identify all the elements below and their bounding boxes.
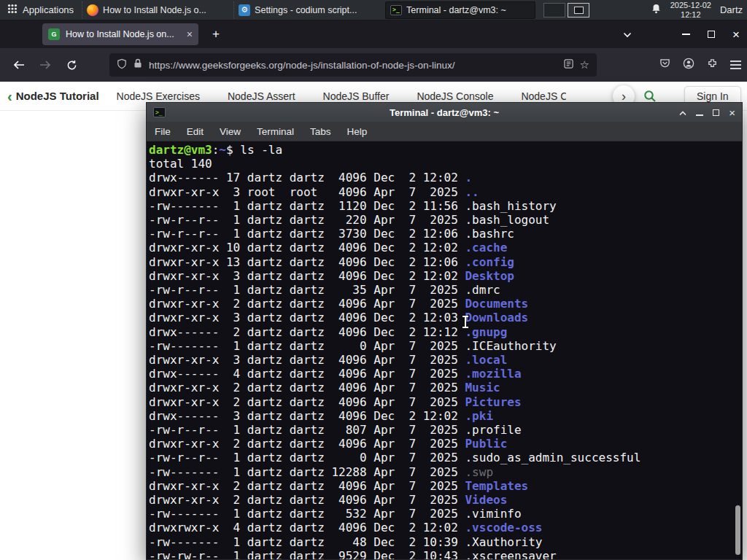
- terminal-minimize-icon[interactable]: [696, 114, 703, 116]
- listing-row: drwxr-xr-x 2 dartz dartz 4096 Apr 7 2025…: [149, 395, 742, 409]
- browser-window-controls: ×: [682, 20, 740, 48]
- listing-row: drwxr-xr-x 10 dartz dartz 4096 Dec 2 12:…: [149, 241, 742, 254]
- listing-row: -rw------- 1 dartz dartz 0 Apr 7 2025 .I…: [149, 339, 742, 353]
- listing-row: drwx------ 2 dartz dartz 4096 Dec 2 12:1…: [149, 325, 742, 339]
- listing-row: drwxr-xr-x 2 dartz dartz 4096 Apr 7 2025…: [149, 437, 742, 451]
- terminal-window-title: Terminal - dartz@vm3: ~: [147, 107, 742, 118]
- clock-date: 2025-12-02: [670, 1, 711, 10]
- site-nav: NodeJS ExercisesNodeJS AssertNodeJS Buff…: [117, 90, 566, 102]
- listing-row: drwx------ 4 dartz dartz 4096 Apr 7 2025…: [149, 367, 742, 381]
- terminal-body: dartz@vm3:~$ ls -la total 140 drwx------…: [147, 141, 742, 559]
- desktop-panel: Applications How to Install Node.js o...…: [0, 0, 747, 20]
- listing-row: -rw-rw-r-- 1 dartz dartz 9529 Dec 2 10:4…: [149, 549, 742, 559]
- extensions-puzzle-icon[interactable]: [707, 58, 718, 72]
- terminal-icon: >_: [390, 5, 402, 15]
- panel-user-label: Dartz: [720, 4, 744, 15]
- listing-row: drwxr-xr-x 3 dartz dartz 4096 Apr 7 2025…: [149, 353, 742, 367]
- taskbar-item-firefox[interactable]: How to Install Node.js o...: [82, 1, 232, 19]
- browser-tab-bar: G How to Install Node.js on... × + ×: [0, 20, 747, 48]
- terminal-close-icon[interactable]: ×: [729, 107, 735, 118]
- menu-view[interactable]: View: [212, 126, 249, 137]
- account-icon[interactable]: [683, 58, 694, 72]
- menu-hamburger-icon[interactable]: [730, 61, 741, 69]
- menu-edit[interactable]: Edit: [179, 126, 212, 137]
- tab-list-chevron-icon[interactable]: [623, 28, 632, 41]
- terminal-maximize-icon[interactable]: [713, 109, 719, 116]
- workspace-switcher: [543, 3, 589, 18]
- browser-tab-active[interactable]: G How to Install Node.js on... ×: [42, 23, 198, 45]
- reload-button[interactable]: [61, 55, 82, 75]
- window-minimize-icon[interactable]: [682, 34, 690, 35]
- listing-row: drwxr-xr-x 3 root root 4096 Apr 7 2025 .…: [149, 185, 742, 199]
- listing-row: -rw-r--r-- 1 dartz dartz 35 Apr 7 2025 .…: [149, 283, 742, 297]
- listing-row: drwxr-xr-x 3 dartz dartz 4096 Dec 2 12:0…: [149, 269, 742, 283]
- back-button[interactable]: [9, 55, 29, 75]
- terminal-output: drwx------ 17 dartz dartz 4096 Dec 2 12:…: [149, 171, 742, 559]
- shade-chevron-icon[interactable]: [679, 106, 686, 119]
- workspace-window-thumb: [574, 7, 584, 14]
- prompt-path: ~: [219, 143, 226, 157]
- terminal-menubar: FileEditViewTerminalTabsHelp: [147, 122, 742, 141]
- panel-clock[interactable]: 2025-12-02 12:12: [670, 1, 711, 20]
- listing-row: -rw-r--r-- 1 dartz dartz 807 Apr 7 2025 …: [149, 423, 742, 437]
- listing-row: drwx------ 3 dartz dartz 4096 Dec 2 12:0…: [149, 409, 742, 423]
- listing-row: drwx------ 17 dartz dartz 4096 Dec 2 12:…: [149, 171, 742, 184]
- notification-bell-icon[interactable]: [651, 3, 662, 17]
- pocket-icon[interactable]: [659, 58, 670, 71]
- nav-link-0[interactable]: NodeJS Exercises: [117, 90, 200, 102]
- menu-terminal[interactable]: Terminal: [249, 126, 302, 137]
- taskbar-item-settings[interactable]: ⚙ Settings - codium script...: [233, 1, 384, 19]
- settings-gear-icon: ⚙: [239, 4, 250, 16]
- menu-help[interactable]: Help: [339, 126, 376, 137]
- terminal-window: >_ Terminal - dartz@vm3: ~ × FileEditVie…: [146, 102, 743, 560]
- nav-link-3[interactable]: NodeJS Console: [417, 90, 493, 102]
- workspace-1[interactable]: [543, 3, 565, 18]
- prompt-separator: :: [212, 143, 220, 157]
- panel-status-area: 2025-12-02 12:12 Dartz: [651, 1, 747, 20]
- nav-link-2[interactable]: NodeJS Buffer: [323, 90, 390, 102]
- nav-link-1[interactable]: NodeJS Assert: [228, 90, 295, 102]
- listing-row: drwxr-xr-x 13 dartz dartz 4096 Dec 2 12:…: [149, 255, 742, 269]
- new-tab-button[interactable]: +: [207, 26, 225, 43]
- tab-close-icon[interactable]: ×: [187, 29, 193, 39]
- nav-back-chevron-icon[interactable]: ‹: [7, 89, 12, 104]
- total-line: total 140: [149, 157, 742, 171]
- browser-toolbar: https://www.geeksforgeeks.org/node-js/in…: [0, 48, 747, 82]
- lock-icon[interactable]: [133, 58, 142, 71]
- tracking-shield-icon[interactable]: [117, 58, 127, 72]
- firefox-icon: [87, 4, 98, 16]
- terminal-window-controls: ×: [679, 106, 735, 119]
- forward-button[interactable]: [35, 55, 55, 75]
- listing-row: drwxr-xr-x 2 dartz dartz 4096 Apr 7 2025…: [149, 297, 742, 311]
- prompt-line: dartz@vm3:~$ ls -la: [149, 143, 742, 157]
- listing-row: drwxr-xr-x 2 dartz dartz 4096 Apr 7 2025…: [149, 381, 742, 394]
- workspace-2[interactable]: [568, 3, 589, 18]
- listing-row: -rw------- 1 dartz dartz 532 Apr 7 2025 …: [149, 507, 742, 521]
- terminal-title-bar[interactable]: >_ Terminal - dartz@vm3: ~ ×: [147, 103, 742, 122]
- window-maximize-icon[interactable]: [708, 31, 715, 38]
- applications-label: Applications: [23, 4, 74, 15]
- url-bar[interactable]: https://www.geeksforgeeks.org/node-js/in…: [109, 53, 597, 77]
- menu-file[interactable]: File: [147, 126, 179, 137]
- task-title: How to Install Node.js o...: [103, 5, 206, 15]
- nav-link-tutorial[interactable]: NodeJS Tutorial: [16, 90, 99, 102]
- site-favicon: G: [48, 28, 60, 40]
- toolbar-right-icons: [659, 55, 741, 75]
- listing-row: drwxr-xr-x 2 dartz dartz 4096 Apr 7 2025…: [149, 479, 742, 493]
- listing-row: drwxrwxr-x 4 dartz dartz 4096 Dec 2 12:0…: [149, 521, 742, 534]
- menu-tabs[interactable]: Tabs: [302, 126, 339, 137]
- prompt-sign: $: [226, 143, 240, 157]
- tab-title: How to Install Node.js on...: [66, 29, 181, 39]
- terminal-scrollbar-thumb[interactable]: [735, 505, 740, 555]
- listing-row: -rw-r--r-- 1 dartz dartz 3730 Dec 2 12:0…: [149, 227, 742, 241]
- reader-mode-icon[interactable]: [564, 58, 573, 71]
- url-text: https://www.geeksforgeeks.org/node-js/in…: [149, 60, 557, 71]
- taskbar-item-terminal[interactable]: >_ Terminal - dartz@vm3: ~: [385, 1, 535, 19]
- window-close-icon[interactable]: ×: [732, 28, 740, 41]
- nav-link-4[interactable]: NodeJS Crypto: [521, 90, 565, 102]
- listing-row: drwxr-xr-x 3 dartz dartz 4096 Dec 2 12:0…: [149, 311, 742, 324]
- listing-row: -rw------- 1 dartz dartz 1120 Dec 2 11:5…: [149, 199, 742, 213]
- bookmark-star-icon[interactable]: ☆: [580, 58, 589, 71]
- terminal-window-icon: >_: [153, 107, 166, 117]
- applications-menu-button[interactable]: Applications: [0, 0, 81, 20]
